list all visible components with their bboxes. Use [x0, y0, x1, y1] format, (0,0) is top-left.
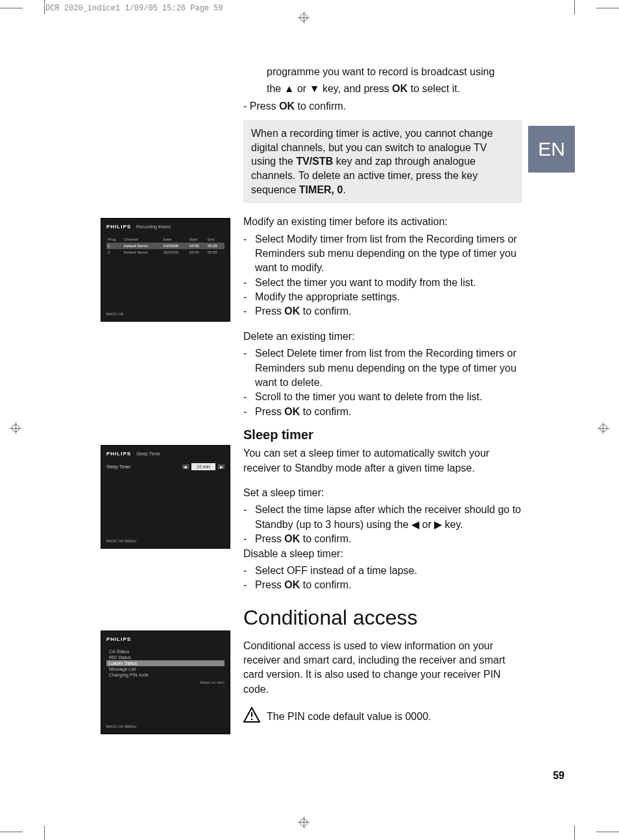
list-item: Select Delete timer from list from the R…	[255, 346, 522, 390]
crop-mark	[596, 8, 619, 8]
ok-bold: OK	[284, 579, 300, 590]
list-item: Press OK to confirm.	[255, 405, 522, 419]
text-span: to confirm.	[300, 406, 351, 417]
pin-warning: The PIN code default value is 0000.	[243, 707, 522, 726]
text-span: to confirm.	[300, 306, 351, 317]
text-span: Press	[255, 533, 284, 544]
registration-cross	[304, 817, 304, 828]
list-item: Press OK to confirm.	[255, 578, 522, 592]
col-end: End	[206, 236, 225, 243]
text-span: Press	[255, 406, 284, 417]
main-content: programme you want to record is broadcas…	[243, 65, 522, 729]
ok-bold: OK	[392, 83, 407, 94]
cell: 03:55	[188, 249, 206, 256]
sleep-timer-row: Sleep Timer ◀ 15 min ▶	[106, 463, 225, 470]
registration-cross	[598, 428, 609, 429]
note-box: When a recording timer is active, you ca…	[243, 120, 522, 203]
crop-mark	[574, 0, 575, 14]
list-item: Scroll to the timer you want to delete f…	[255, 390, 522, 404]
sleep-heading: Sleep timer	[243, 426, 522, 444]
list-item: Loader Status	[106, 660, 225, 666]
modify-title: Modify an existing timer before its acti…	[243, 215, 522, 229]
cell: 24/03/08	[162, 243, 188, 249]
col-date: Date	[162, 236, 188, 243]
text-span: to select it.	[407, 83, 460, 94]
col-prog: Prog	[106, 236, 123, 243]
crop-mark	[596, 832, 619, 832]
conditional-access-desc: Conditional access is used to view infor…	[243, 639, 522, 697]
list-item: IRD Status	[106, 654, 225, 660]
warning-icon	[243, 707, 260, 726]
ca-menu-list: CA Status IRD Status Loader Status Messa…	[106, 649, 225, 678]
crop-mark	[0, 832, 23, 832]
cell: 2	[106, 249, 123, 256]
list-item: Message List	[106, 666, 225, 672]
delete-title: Delete an existing timer:	[243, 330, 522, 344]
text-span: to confirm.	[295, 101, 346, 112]
intro-confirm: - Press OK to confirm.	[243, 99, 522, 114]
sleep-set-title: Set a sleep timer:	[243, 486, 522, 500]
list-item: Select the time lapse after which the re…	[255, 503, 522, 532]
registration-cross	[603, 422, 603, 434]
cell: 05:55	[206, 243, 225, 249]
timer0-bold: TIMER, 0	[299, 184, 343, 195]
footer-hints: BACK OK MENU	[106, 539, 136, 543]
footer-hints: BACK OK MENU	[106, 725, 136, 728]
ok-bold: OK	[284, 406, 300, 417]
list-item: Select the timer you want to modify from…	[255, 276, 522, 290]
registration-cross	[304, 12, 304, 23]
right-arrow-icon: ▶	[218, 464, 225, 469]
timers-table: Prog Channel Date Start End 1 Default Se…	[106, 236, 225, 256]
text-span: to confirm.	[300, 533, 351, 544]
screenshot-sleep-timer: PHILIPS Sleep Timer Sleep Timer ◀ 15 min…	[101, 445, 230, 549]
sleep-desc: You can set a sleep timer to automatical…	[243, 446, 522, 475]
cell: 04:55	[188, 243, 206, 249]
list-item: Press OK to confirm.	[255, 532, 522, 546]
preflight-header: DCR 2020_indice1 1/09/05 15:26 Page 59	[45, 4, 223, 13]
cell: 25/03/05	[162, 249, 188, 256]
row-value: 15 min	[191, 463, 215, 470]
delete-list: -Select Delete timer from list from the …	[243, 346, 522, 419]
list-item: Modify the appropriate settings.	[255, 290, 522, 304]
tvstb-bold: TV/STB	[296, 156, 333, 167]
hint-text: Select an item	[106, 680, 225, 684]
language-tab: EN	[528, 126, 575, 173]
text-span: Press	[255, 579, 284, 590]
ok-bold: OK	[284, 306, 300, 317]
text-span: - Press	[243, 101, 279, 112]
intro-line1: programme you want to record is broadcas…	[243, 65, 522, 79]
screen-title: Recording timers	[136, 224, 171, 229]
table-row: 1 Default Servic 24/03/08 04:55 05:55	[106, 243, 225, 249]
page-number: 59	[553, 770, 564, 782]
row-label: Sleep Timer	[106, 464, 180, 469]
intro-line2: the ▲ or ▼ key, and press OK to select i…	[243, 82, 522, 96]
footer-hints: BACK OK	[106, 312, 124, 316]
sleep-set-list: -Select the time lapse after which the r…	[243, 503, 522, 546]
table-row: 2 Default Servic 25/03/05 03:55 05:55	[106, 249, 225, 256]
cell: Default Servic	[123, 243, 162, 249]
left-arrow-icon: ◀	[182, 464, 189, 469]
brand-label: PHILIPS	[106, 636, 131, 642]
crop-mark	[44, 0, 45, 14]
text-span: the ▲ or ▼ key, and press	[267, 83, 392, 94]
brand-label: PHILIPS	[106, 224, 131, 230]
list-item: Select OFF instead of a time lapse.	[255, 564, 522, 578]
ok-bold: OK	[284, 533, 300, 544]
cell: 1	[106, 243, 123, 249]
brand-label: PHILIPS	[106, 451, 131, 457]
col-start: Start	[188, 236, 206, 243]
cell: Default Servic	[123, 249, 162, 256]
pin-warning-text: The PIN code default value is 0000.	[267, 710, 431, 724]
sleep-disable-list: -Select OFF instead of a time lapse. - P…	[243, 564, 522, 593]
list-item: CA Status	[106, 649, 225, 654]
list-item: Press OK to confirm.	[255, 304, 522, 318]
cell: 05:55	[206, 249, 225, 256]
screenshot-conditional-access: PHILIPS CA Status IRD Status Loader Stat…	[101, 630, 230, 734]
col-channel: Channel	[123, 236, 162, 243]
list-item: Select Modify timer from list from the R…	[255, 232, 522, 276]
text-span: Press	[255, 306, 284, 317]
sleep-disable-title: Disable a sleep timer:	[243, 547, 522, 561]
modify-list: -Select Modify timer from list from the …	[243, 232, 522, 319]
crop-mark	[0, 8, 23, 8]
list-item: Changing PIN code	[106, 672, 225, 678]
